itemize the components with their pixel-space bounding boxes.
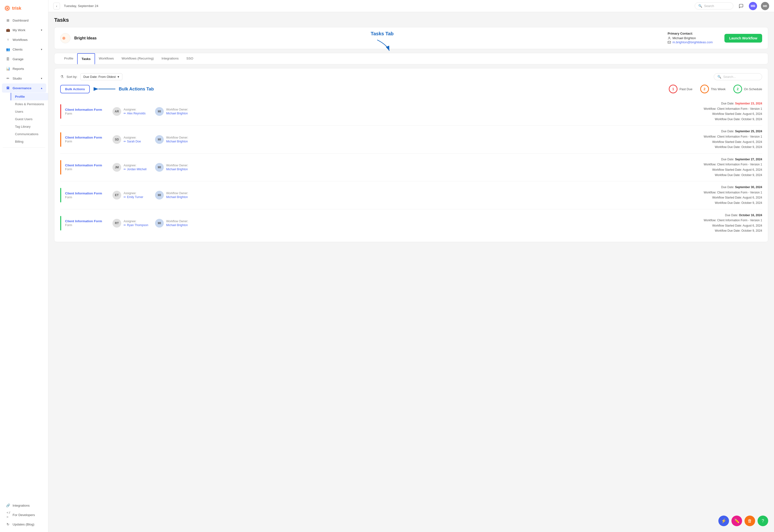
sidebar-sub-users[interactable]: Users — [11, 108, 48, 115]
tab-workflows[interactable]: Workflows — [95, 53, 118, 64]
stat-circle-past-due: 1 — [669, 85, 677, 93]
assignee-name[interactable]: ✏ Sarah Doe — [124, 140, 141, 143]
assignee-name[interactable]: ✏ Emily Turner — [124, 195, 143, 199]
svg-point-5 — [64, 38, 64, 38]
owner-label: Workflow Owner: — [166, 136, 188, 139]
pencil-icon: ✏ — [124, 195, 126, 199]
float-btn-help[interactable]: ? — [758, 516, 768, 526]
search-box[interactable]: 🔍 Search — [695, 2, 733, 9]
task-status-bar — [60, 188, 61, 202]
owner-area: MI Workflow Owner: Michael Brighton — [155, 191, 194, 199]
sort-select[interactable]: Due Date: From Oldest ▾ — [80, 73, 123, 80]
sidebar-bottom: 🔗 Integrations ＜/＞ For Developers ↻ Upda… — [0, 501, 48, 529]
chevron-down-icon: ▾ — [41, 77, 42, 80]
tab-tasks[interactable]: Tasks — [77, 53, 95, 64]
task-status-bar — [60, 132, 61, 147]
task-title[interactable]: Client Information Form — [65, 219, 109, 223]
task-meta: Due Date: September 30, 2024 Workflow: C… — [704, 185, 762, 206]
sidebar-item-for-developers[interactable]: ＜/＞ For Developers — [2, 510, 46, 519]
sidebar-sub-tag-library[interactable]: Tag Library — [11, 123, 48, 130]
sidebar-item-dashboard[interactable]: ⊞ Dashboard — [2, 16, 46, 25]
sidebar-item-updates-blog[interactable]: ↻ Updates (Blog) — [2, 520, 46, 529]
search-placeholder: Search... — [723, 75, 736, 79]
owner-avatar: MI — [155, 191, 164, 199]
task-search-input[interactable]: 🔍 Search... — [714, 73, 762, 80]
task-info: Client Information Form Form — [65, 219, 109, 227]
sidebar-sub-profile[interactable]: Profile — [11, 93, 48, 100]
tab-integrations[interactable]: Integrations — [158, 53, 183, 64]
sidebar-item-workflows[interactable]: ⑂ Workflows — [2, 35, 46, 44]
owner-name[interactable]: Michael Brighton — [166, 195, 188, 199]
bank-icon: 🏛 — [6, 86, 10, 90]
float-btn-lightning[interactable]: ⚡ — [718, 516, 729, 526]
page-title: Tasks — [54, 17, 768, 23]
task-started: Workflow Started Date: August 6, 2024 — [704, 195, 762, 200]
sidebar-item-integrations[interactable]: 🔗 Integrations — [2, 501, 46, 510]
sidebar-sub-billing[interactable]: Billing — [11, 138, 48, 145]
task-status-bar — [60, 160, 61, 175]
task-meta: Due Date: September 27, 2024 Workflow: C… — [704, 157, 762, 178]
owner-name[interactable]: Michael Brighton — [166, 223, 188, 227]
task-item: Client Information Form Form AR Assignee… — [60, 98, 762, 126]
sidebar-item-garage[interactable]: 🗄 Garage — [2, 54, 46, 64]
header-date: Tuesday, September 24 — [64, 4, 98, 8]
user-avatar[interactable]: MB — [749, 2, 757, 10]
owner-info: Workflow Owner: Michael Brighton — [166, 164, 188, 171]
grid-icon: ⊞ — [6, 18, 10, 22]
tasks-toolbar: ⚗ Sort by: Due Date: From Oldest ▾ 🔍 Sea… — [60, 73, 762, 80]
task-title[interactable]: Client Information Form — [65, 108, 109, 111]
git-branch-icon: ⑂ — [6, 37, 10, 42]
user-avatar-mb[interactable]: MB — [761, 2, 769, 10]
float-btn-trash[interactable]: 🗑 — [744, 516, 755, 526]
task-started: Workflow Started Date: August 6, 2024 — [704, 140, 762, 145]
sidebar-item-studio[interactable]: ✏ Studio ▾ — [2, 74, 46, 83]
stat-label-this-week: This Week — [711, 87, 726, 91]
task-workflow: Workflow: Client Information Form - Vers… — [704, 218, 762, 223]
assignee-area: RT Assignee: ✏ Ryan Thompson — [112, 219, 151, 228]
task-title[interactable]: Client Information Form — [65, 163, 109, 167]
task-info: Client Information Form Form — [65, 136, 109, 143]
float-btn-pencil[interactable]: ✏️ — [731, 516, 742, 526]
owner-info: Workflow Owner: Michael Brighton — [166, 108, 188, 115]
box-icon: 🗄 — [6, 57, 10, 61]
sidebar-sub-communications[interactable]: Communications — [11, 130, 48, 138]
tab-sso[interactable]: SSO — [182, 53, 197, 64]
task-info: Client Information Form Form — [65, 163, 109, 171]
assignee-name[interactable]: ✏ Alex Reynolds — [124, 112, 146, 115]
assignee-info: Assignee: ✏ Emily Turner — [124, 192, 143, 199]
sidebar-sub-guest-users[interactable]: Guest Users — [11, 115, 48, 123]
sidebar-sub-roles[interactable]: Roles & Permissions — [11, 100, 48, 108]
task-workflow: Workflow: Client Information Form - Vers… — [704, 162, 762, 167]
assignee-name[interactable]: ✏ Ryan Thompson — [124, 223, 148, 227]
sidebar-item-governance[interactable]: 🏛 Governance ▴ — [2, 83, 46, 93]
sidebar-item-clients[interactable]: 👥 Clients ▾ — [2, 45, 46, 54]
task-title[interactable]: Client Information Form — [65, 136, 109, 139]
owner-name[interactable]: Michael Brighton — [166, 112, 188, 115]
assignee-area: ET Assignee: ✏ Emily Turner — [112, 191, 151, 199]
assignee-avatar: AR — [112, 107, 121, 116]
task-status-bar — [60, 104, 61, 119]
tab-profile[interactable]: Profile — [60, 53, 77, 64]
client-contact-info: Primary Contact: Michael Brighton m.brig… — [668, 32, 713, 44]
tab-workflows-recurring[interactable]: Workflows (Recurring) — [118, 53, 158, 64]
person-icon — [668, 37, 671, 40]
back-button[interactable]: ‹ — [53, 3, 60, 9]
owner-name[interactable]: Michael Brighton — [166, 140, 188, 143]
task-workflow: Workflow: Client Information Form - Vers… — [704, 134, 762, 140]
chat-icon-button[interactable] — [737, 2, 745, 10]
task-due-date: Due Date: October 16, 2024 — [704, 213, 762, 218]
bulk-actions-button[interactable]: Bulk Actions — [60, 85, 90, 93]
task-list: Client Information Form Form AR Assignee… — [60, 98, 762, 237]
sidebar-item-reports[interactable]: 📊 Reports — [2, 64, 46, 73]
logo[interactable]: trisk — [0, 3, 48, 15]
stat-circle-on-schedule: 2 — [733, 85, 742, 93]
assignee-name[interactable]: ✏ Jordan Mitchell — [124, 168, 147, 171]
svg-rect-8 — [668, 41, 671, 43]
sidebar-item-my-work[interactable]: 💼 My Work ▾ — [2, 25, 46, 35]
assignee-info: Assignee: ✏ Ryan Thompson — [124, 220, 148, 227]
pencil-icon: ✏ — [124, 112, 126, 115]
owner-name[interactable]: Michael Brighton — [166, 168, 188, 171]
users-icon: 👥 — [6, 47, 10, 52]
task-title[interactable]: Client Information Form — [65, 192, 109, 195]
launch-workflow-button[interactable]: Launch Workflow — [724, 34, 762, 43]
